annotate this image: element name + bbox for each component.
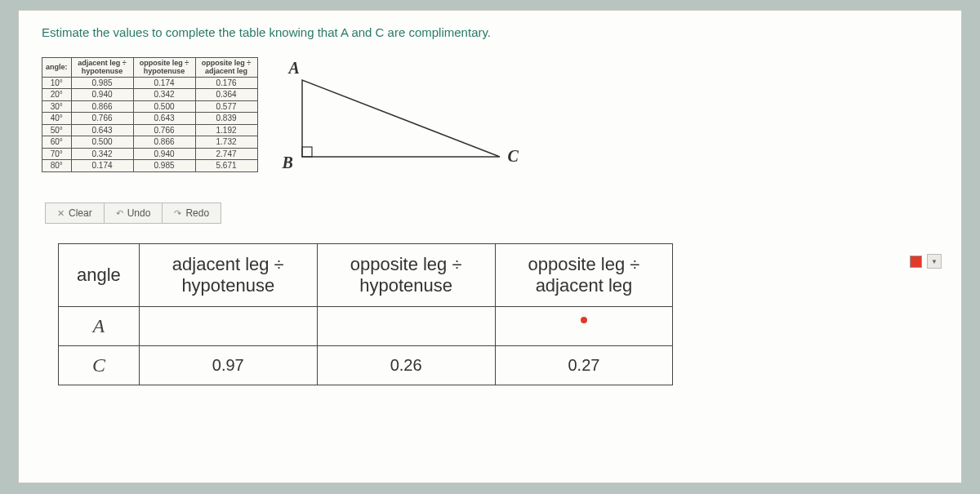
- prompt-text: Estimate the values to complete the tabl…: [42, 25, 938, 39]
- ref-cell: 70°: [42, 148, 72, 160]
- hdr-line: opposite leg ÷: [528, 254, 640, 274]
- reference-table: angle: adjacent leg ÷ hypotenuse opposit…: [42, 57, 258, 172]
- ref-cell: 0.940: [133, 148, 195, 160]
- worksheet-page: Estimate the values to complete the tabl…: [18, 10, 962, 483]
- hdr-line: hypotenuse: [359, 275, 452, 296]
- ref-hdr-adj-hyp: adjacent leg ÷ hypotenuse: [71, 58, 133, 78]
- svg-rect-1: [302, 147, 312, 157]
- ref-row: 80°0.1740.9855.671: [42, 160, 258, 172]
- answer-row-a: A: [59, 307, 673, 346]
- redo-label: Redo: [185, 207, 209, 219]
- clear-label: Clear: [69, 207, 92, 219]
- ref-cell: 0.342: [71, 148, 133, 160]
- ref-cell: 0.839: [195, 113, 257, 125]
- answer-hdr-adj-hyp: adjacent leg ÷hypotenuse: [139, 244, 317, 307]
- svg-marker-0: [302, 80, 500, 157]
- ref-cell: 80°: [42, 160, 72, 172]
- ref-cell: 10°: [42, 77, 72, 89]
- editor-controls: ✕ Clear ↶ Undo ↷ Redo: [45, 202, 938, 224]
- undo-label: Undo: [127, 207, 151, 219]
- answer-cell-a2[interactable]: [317, 307, 495, 346]
- ref-hdr-opp-hyp: opposite leg ÷ hypotenuse: [133, 58, 195, 78]
- hdr-line: opposite leg ÷: [350, 254, 462, 274]
- ref-cell: 0.643: [71, 124, 133, 136]
- ref-row: 70°0.3420.9402.747: [42, 148, 258, 160]
- ref-cell: 20°: [42, 89, 72, 101]
- ref-cell: 0.176: [195, 77, 257, 89]
- ref-row: 20°0.9400.3420.364: [42, 89, 258, 101]
- ref-cell: 0.174: [71, 160, 133, 172]
- ref-cell: 50°: [42, 124, 72, 136]
- ref-cell: 2.747: [195, 148, 257, 160]
- ref-hdr-angle: angle:: [42, 58, 72, 78]
- row-label-a: A: [59, 307, 140, 346]
- color-dropdown[interactable]: ▼: [927, 254, 942, 269]
- top-content-row: angle: adjacent leg ÷ hypotenuse opposit…: [42, 57, 938, 188]
- hdr-line: hypotenuse: [181, 275, 274, 296]
- ref-cell: 30°: [42, 100, 72, 113]
- redo-icon: ↷: [174, 208, 181, 219]
- answer-cell-c1[interactable]: 0.97: [139, 346, 317, 385]
- ref-cell: 0.985: [71, 77, 133, 89]
- ref-cell: 40°: [42, 113, 72, 125]
- answer-cell-a1[interactable]: [139, 307, 317, 346]
- ref-cell: 1.732: [195, 136, 257, 149]
- undo-icon: ↶: [116, 208, 123, 219]
- ref-row: 50°0.6430.7661.192: [42, 124, 258, 136]
- close-icon: ✕: [57, 208, 65, 219]
- triangle-diagram: A B C: [279, 65, 541, 188]
- ref-cell: 5.671: [195, 160, 257, 172]
- ref-row: 10°0.9850.1740.176: [42, 77, 258, 89]
- ref-hdr-opp-adj: opposite leg ÷ adjacent leg: [195, 58, 257, 78]
- vertex-label-c: C: [508, 147, 519, 166]
- ref-cell: 0.174: [133, 77, 195, 89]
- ref-cell: 0.940: [71, 89, 133, 101]
- ref-cell: 0.643: [133, 113, 195, 125]
- answer-cell-c2[interactable]: 0.26: [317, 346, 495, 385]
- ref-cell: 0.866: [71, 100, 133, 113]
- ref-cell: 0.766: [133, 124, 195, 136]
- ref-cell: 0.985: [133, 160, 195, 172]
- answer-table: angle adjacent leg ÷hypotenuse opposite …: [58, 243, 673, 385]
- ref-cell: 0.866: [133, 136, 195, 149]
- ref-cell: 0.364: [195, 89, 257, 101]
- row-label-c: C: [59, 346, 140, 385]
- answer-hdr-opp-hyp: opposite leg ÷hypotenuse: [317, 244, 495, 307]
- answer-cell-c3[interactable]: 0.27: [495, 346, 673, 385]
- ref-cell: 0.500: [133, 100, 195, 113]
- ref-cell: 0.766: [71, 113, 133, 125]
- redo-button[interactable]: ↷ Redo: [163, 202, 221, 224]
- triangle-svg: [279, 65, 524, 180]
- color-tool: ▼: [910, 254, 942, 269]
- ref-row: 60°0.5000.8661.732: [42, 136, 258, 149]
- hdr-line: adjacent leg: [536, 275, 633, 296]
- answer-hdr-opp-adj: opposite leg ÷adjacent leg: [495, 244, 673, 307]
- ref-cell: 60°: [42, 136, 72, 149]
- ref-cell: 1.192: [195, 124, 257, 136]
- ref-row: 30°0.8660.5000.577: [42, 100, 258, 113]
- ref-cell: 0.342: [133, 89, 195, 101]
- ref-row: 40°0.7660.6430.839: [42, 113, 258, 125]
- cursor-dot-icon: [581, 317, 587, 323]
- answer-hdr-angle: angle: [59, 244, 140, 307]
- hdr-line: adjacent leg ÷: [172, 254, 284, 274]
- color-swatch[interactable]: [910, 256, 922, 268]
- vertex-label-a: A: [289, 59, 300, 78]
- ref-cell: 0.577: [195, 100, 257, 113]
- vertex-label-b: B: [283, 154, 293, 172]
- undo-button[interactable]: ↶ Undo: [105, 202, 163, 224]
- clear-button[interactable]: ✕ Clear: [45, 202, 105, 224]
- chevron-down-icon: ▼: [931, 258, 938, 265]
- ref-cell: 0.500: [71, 136, 133, 149]
- answer-row-c: C 0.97 0.26 0.27: [59, 346, 673, 385]
- answer-cell-a3[interactable]: [495, 307, 673, 346]
